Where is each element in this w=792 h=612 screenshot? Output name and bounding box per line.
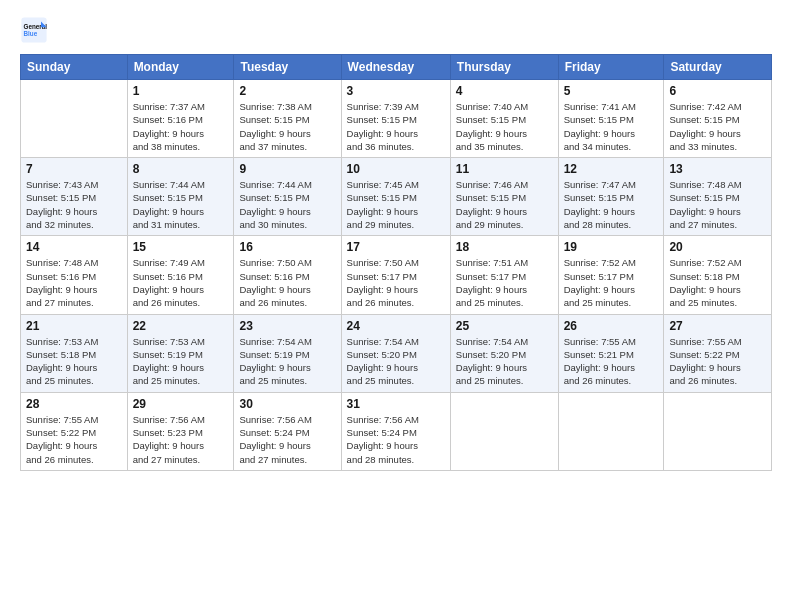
day-info: Sunrise: 7:53 AM Sunset: 5:18 PM Dayligh… (26, 335, 122, 388)
day-number: 20 (669, 240, 766, 254)
calendar-cell: 28Sunrise: 7:55 AM Sunset: 5:22 PM Dayli… (21, 392, 128, 470)
calendar-cell: 1Sunrise: 7:37 AM Sunset: 5:16 PM Daylig… (127, 80, 234, 158)
calendar-day-header: Monday (127, 55, 234, 80)
page: General Blue SundayMondayTuesdayWednesda… (0, 0, 792, 612)
day-info: Sunrise: 7:46 AM Sunset: 5:15 PM Dayligh… (456, 178, 553, 231)
calendar-cell: 12Sunrise: 7:47 AM Sunset: 5:15 PM Dayli… (558, 158, 664, 236)
calendar-cell: 24Sunrise: 7:54 AM Sunset: 5:20 PM Dayli… (341, 314, 450, 392)
calendar-cell: 9Sunrise: 7:44 AM Sunset: 5:15 PM Daylig… (234, 158, 341, 236)
day-info: Sunrise: 7:55 AM Sunset: 5:22 PM Dayligh… (26, 413, 122, 466)
logo: General Blue (20, 16, 52, 44)
logo-icon: General Blue (20, 16, 48, 44)
day-info: Sunrise: 7:47 AM Sunset: 5:15 PM Dayligh… (564, 178, 659, 231)
day-number: 25 (456, 319, 553, 333)
calendar-table: SundayMondayTuesdayWednesdayThursdayFrid… (20, 54, 772, 471)
calendar-week-row: 7Sunrise: 7:43 AM Sunset: 5:15 PM Daylig… (21, 158, 772, 236)
header: General Blue (20, 16, 772, 44)
calendar-cell: 26Sunrise: 7:55 AM Sunset: 5:21 PM Dayli… (558, 314, 664, 392)
calendar-cell: 5Sunrise: 7:41 AM Sunset: 5:15 PM Daylig… (558, 80, 664, 158)
calendar-day-header: Thursday (450, 55, 558, 80)
day-info: Sunrise: 7:54 AM Sunset: 5:20 PM Dayligh… (347, 335, 445, 388)
day-info: Sunrise: 7:48 AM Sunset: 5:15 PM Dayligh… (669, 178, 766, 231)
day-number: 19 (564, 240, 659, 254)
day-number: 28 (26, 397, 122, 411)
day-info: Sunrise: 7:56 AM Sunset: 5:24 PM Dayligh… (347, 413, 445, 466)
day-number: 26 (564, 319, 659, 333)
calendar-day-header: Friday (558, 55, 664, 80)
calendar-day-header: Saturday (664, 55, 772, 80)
day-info: Sunrise: 7:40 AM Sunset: 5:15 PM Dayligh… (456, 100, 553, 153)
day-info: Sunrise: 7:43 AM Sunset: 5:15 PM Dayligh… (26, 178, 122, 231)
day-info: Sunrise: 7:49 AM Sunset: 5:16 PM Dayligh… (133, 256, 229, 309)
calendar-cell: 17Sunrise: 7:50 AM Sunset: 5:17 PM Dayli… (341, 236, 450, 314)
day-number: 12 (564, 162, 659, 176)
day-info: Sunrise: 7:45 AM Sunset: 5:15 PM Dayligh… (347, 178, 445, 231)
day-number: 30 (239, 397, 335, 411)
day-number: 6 (669, 84, 766, 98)
day-info: Sunrise: 7:54 AM Sunset: 5:20 PM Dayligh… (456, 335, 553, 388)
day-number: 9 (239, 162, 335, 176)
calendar-day-header: Tuesday (234, 55, 341, 80)
day-number: 16 (239, 240, 335, 254)
calendar-cell: 10Sunrise: 7:45 AM Sunset: 5:15 PM Dayli… (341, 158, 450, 236)
svg-text:Blue: Blue (24, 30, 38, 37)
calendar-week-row: 1Sunrise: 7:37 AM Sunset: 5:16 PM Daylig… (21, 80, 772, 158)
day-number: 5 (564, 84, 659, 98)
day-number: 31 (347, 397, 445, 411)
day-info: Sunrise: 7:52 AM Sunset: 5:17 PM Dayligh… (564, 256, 659, 309)
day-number: 4 (456, 84, 553, 98)
calendar-cell (450, 392, 558, 470)
calendar-week-row: 14Sunrise: 7:48 AM Sunset: 5:16 PM Dayli… (21, 236, 772, 314)
calendar-cell: 29Sunrise: 7:56 AM Sunset: 5:23 PM Dayli… (127, 392, 234, 470)
calendar-cell: 15Sunrise: 7:49 AM Sunset: 5:16 PM Dayli… (127, 236, 234, 314)
day-info: Sunrise: 7:41 AM Sunset: 5:15 PM Dayligh… (564, 100, 659, 153)
calendar-cell: 13Sunrise: 7:48 AM Sunset: 5:15 PM Dayli… (664, 158, 772, 236)
day-info: Sunrise: 7:50 AM Sunset: 5:16 PM Dayligh… (239, 256, 335, 309)
day-number: 23 (239, 319, 335, 333)
day-number: 21 (26, 319, 122, 333)
calendar-cell (558, 392, 664, 470)
day-info: Sunrise: 7:51 AM Sunset: 5:17 PM Dayligh… (456, 256, 553, 309)
day-number: 11 (456, 162, 553, 176)
day-info: Sunrise: 7:54 AM Sunset: 5:19 PM Dayligh… (239, 335, 335, 388)
calendar-cell: 31Sunrise: 7:56 AM Sunset: 5:24 PM Dayli… (341, 392, 450, 470)
calendar-day-header: Sunday (21, 55, 128, 80)
day-info: Sunrise: 7:53 AM Sunset: 5:19 PM Dayligh… (133, 335, 229, 388)
calendar-cell: 3Sunrise: 7:39 AM Sunset: 5:15 PM Daylig… (341, 80, 450, 158)
day-number: 14 (26, 240, 122, 254)
calendar-day-header: Wednesday (341, 55, 450, 80)
day-number: 17 (347, 240, 445, 254)
day-info: Sunrise: 7:48 AM Sunset: 5:16 PM Dayligh… (26, 256, 122, 309)
day-info: Sunrise: 7:39 AM Sunset: 5:15 PM Dayligh… (347, 100, 445, 153)
calendar-cell: 7Sunrise: 7:43 AM Sunset: 5:15 PM Daylig… (21, 158, 128, 236)
day-number: 22 (133, 319, 229, 333)
calendar-cell: 30Sunrise: 7:56 AM Sunset: 5:24 PM Dayli… (234, 392, 341, 470)
calendar-week-row: 28Sunrise: 7:55 AM Sunset: 5:22 PM Dayli… (21, 392, 772, 470)
day-info: Sunrise: 7:56 AM Sunset: 5:24 PM Dayligh… (239, 413, 335, 466)
calendar-cell: 4Sunrise: 7:40 AM Sunset: 5:15 PM Daylig… (450, 80, 558, 158)
calendar-cell: 18Sunrise: 7:51 AM Sunset: 5:17 PM Dayli… (450, 236, 558, 314)
day-info: Sunrise: 7:37 AM Sunset: 5:16 PM Dayligh… (133, 100, 229, 153)
calendar-cell: 19Sunrise: 7:52 AM Sunset: 5:17 PM Dayli… (558, 236, 664, 314)
day-number: 3 (347, 84, 445, 98)
calendar-cell (664, 392, 772, 470)
day-number: 27 (669, 319, 766, 333)
day-info: Sunrise: 7:44 AM Sunset: 5:15 PM Dayligh… (239, 178, 335, 231)
day-number: 8 (133, 162, 229, 176)
day-number: 29 (133, 397, 229, 411)
day-info: Sunrise: 7:55 AM Sunset: 5:21 PM Dayligh… (564, 335, 659, 388)
calendar-cell: 22Sunrise: 7:53 AM Sunset: 5:19 PM Dayli… (127, 314, 234, 392)
calendar-cell: 2Sunrise: 7:38 AM Sunset: 5:15 PM Daylig… (234, 80, 341, 158)
calendar-week-row: 21Sunrise: 7:53 AM Sunset: 5:18 PM Dayli… (21, 314, 772, 392)
calendar-cell: 25Sunrise: 7:54 AM Sunset: 5:20 PM Dayli… (450, 314, 558, 392)
calendar-cell: 20Sunrise: 7:52 AM Sunset: 5:18 PM Dayli… (664, 236, 772, 314)
calendar-cell: 27Sunrise: 7:55 AM Sunset: 5:22 PM Dayli… (664, 314, 772, 392)
calendar-cell: 16Sunrise: 7:50 AM Sunset: 5:16 PM Dayli… (234, 236, 341, 314)
calendar-cell: 14Sunrise: 7:48 AM Sunset: 5:16 PM Dayli… (21, 236, 128, 314)
day-number: 13 (669, 162, 766, 176)
day-info: Sunrise: 7:38 AM Sunset: 5:15 PM Dayligh… (239, 100, 335, 153)
day-number: 18 (456, 240, 553, 254)
day-number: 1 (133, 84, 229, 98)
day-number: 15 (133, 240, 229, 254)
day-info: Sunrise: 7:50 AM Sunset: 5:17 PM Dayligh… (347, 256, 445, 309)
